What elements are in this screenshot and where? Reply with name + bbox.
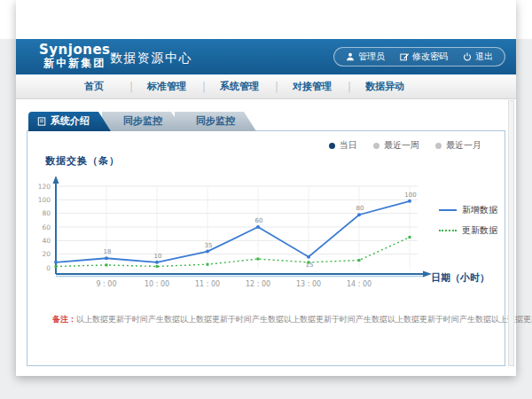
svg-text:100: 100 [38, 196, 51, 204]
x-axis-title: 日期（小时） [431, 271, 489, 285]
user-menu: 管理员 修改密码 退出 [333, 47, 505, 66]
svg-text:60: 60 [42, 223, 51, 231]
svg-text:13 : 00: 13 : 00 [296, 280, 321, 288]
nav-item-system-mgmt[interactable]: 系统管理 [204, 80, 275, 93]
note-text: 以上数据更新于时间产生数据以上数据更新于时间产生数据以上数据更新于时间产生数据以… [76, 315, 532, 324]
change-password-label: 修改密码 [412, 51, 448, 63]
chart-legend: 新增数据 更新数据 [439, 204, 497, 245]
tab-sync-monitor-1[interactable]: 同步监控 [102, 112, 184, 131]
radio-selected-icon [329, 143, 335, 149]
svg-text:11 : 00: 11 : 00 [195, 280, 220, 288]
tab-sync-monitor-2[interactable]: 同步监控 [175, 112, 256, 131]
legend-item-updated-data[interactable]: 更新数据 [439, 224, 497, 237]
tab-label: 同步监控 [196, 115, 235, 127]
page-title: 数据资源中心 [110, 51, 192, 66]
logo-text-cn: 新中新集团 [39, 58, 111, 69]
svg-text:20: 20 [42, 250, 51, 258]
main-nav: 首页 | 标准管理 | 系统管理 | 对接管理 | 数据异动 [16, 74, 516, 99]
logo-text-en: Synjones [39, 43, 111, 58]
note-label: 备注： [52, 315, 76, 324]
change-password-button[interactable]: 修改密码 [400, 51, 448, 63]
svg-text:80: 80 [356, 205, 364, 212]
company-logo: Synjones 新中新集团 [39, 43, 111, 69]
svg-text:0: 0 [46, 264, 51, 272]
svg-text:80: 80 [42, 209, 51, 217]
svg-text:60: 60 [255, 217, 263, 224]
solid-line-swatch [439, 209, 457, 211]
radio-last-month[interactable]: 最近一月 [435, 139, 481, 152]
tab-label: 同步监控 [123, 115, 162, 127]
vertical-scrollbar[interactable] [508, 100, 514, 366]
line-chart: 0204060801001209 : 0010 : 0011 : 0012 : … [27, 168, 444, 300]
svg-text:35: 35 [205, 242, 213, 249]
tab-system-intro[interactable]: 系统介绍 [28, 112, 111, 131]
document-icon [37, 117, 46, 126]
logout-button[interactable]: 退出 [463, 51, 493, 63]
legend-item-new-data[interactable]: 新增数据 [439, 204, 497, 216]
edit-icon [400, 52, 409, 61]
content-panel: 当日 最近一周 最近一月 数据交换（条） 0204060801001209 : … [27, 130, 505, 366]
svg-text:10: 10 [154, 253, 162, 260]
svg-text:40: 40 [42, 237, 51, 245]
nav-item-interface-mgmt[interactable]: 对接管理 [277, 80, 348, 93]
radio-unselected-icon [373, 143, 379, 149]
svg-text:100: 100 [404, 192, 416, 199]
app-header: Synjones 新中新集团 数据资源中心 管理员 修改密码 [16, 39, 516, 74]
dotted-line-swatch [439, 230, 457, 231]
current-user-button[interactable]: 管理员 [346, 51, 385, 63]
svg-text:10 : 00: 10 : 00 [145, 280, 169, 288]
nav-item-standard-mgmt[interactable]: 标准管理 [131, 80, 202, 93]
svg-text:14 : 00: 14 : 00 [347, 280, 372, 288]
svg-text:12 : 00: 12 : 00 [246, 280, 270, 288]
legend-label: 新增数据 [462, 204, 497, 216]
power-icon [463, 52, 472, 61]
radio-last-week[interactable]: 最近一周 [373, 139, 419, 152]
nav-item-home[interactable]: 首页 [59, 80, 129, 93]
svg-text:18: 18 [104, 248, 112, 255]
app-window: Synjones 新中新集团 数据资源中心 管理员 修改密码 [16, 0, 516, 376]
footer-note: 备注：以上数据更新于时间产生数据以上数据更新于时间产生数据以上数据更新于时间产生… [52, 314, 532, 325]
nav-item-data-change[interactable]: 数据异动 [349, 80, 420, 93]
user-icon [346, 52, 355, 61]
svg-text:9 : 00: 9 : 00 [96, 280, 116, 288]
logout-label: 退出 [475, 51, 493, 63]
radio-label: 最近一周 [384, 139, 419, 152]
svg-text:120: 120 [38, 183, 51, 191]
tab-label: 系统介绍 [51, 112, 90, 131]
tab-bar: 系统介绍 同步监控 同步监控 [28, 112, 256, 131]
user-label: 管理员 [358, 51, 385, 63]
radio-label: 当日 [340, 139, 357, 152]
radio-today[interactable]: 当日 [329, 139, 357, 152]
time-range-filters: 当日 最近一周 最近一月 [329, 139, 481, 152]
radio-unselected-icon [435, 143, 442, 149]
y-axis-title: 数据交换（条） [45, 154, 120, 168]
radio-label: 最近一月 [446, 139, 481, 152]
legend-label: 更新数据 [462, 224, 497, 237]
